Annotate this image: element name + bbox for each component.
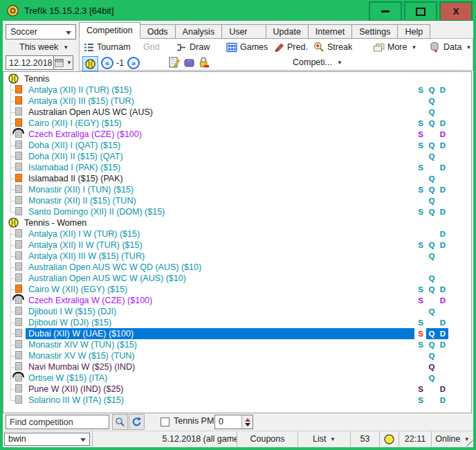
tree-item-label: Czech Extraliga W (CZE) ($100) bbox=[28, 295, 152, 306]
quantity-stepper[interactable]: 0 bbox=[214, 415, 253, 429]
tree-item[interactable]: Australian Open AUS WC (AUS)Q bbox=[3, 107, 471, 118]
next-day-button[interactable]: » bbox=[127, 57, 140, 69]
toolbar-panel: Tournam Grid Draw Games bbox=[79, 38, 473, 71]
tree-item[interactable]: Santo Domingo (XII) II (DOM) ($15)SQD bbox=[3, 206, 471, 217]
tree-item[interactable]: Cairo (XII) I (EGY) ($15)SQD bbox=[3, 118, 471, 129]
maximize-button[interactable] bbox=[404, 1, 437, 21]
tree-item[interactable]: Czech Extraliga W (CZE) ($100)SD bbox=[3, 295, 471, 306]
refresh-button[interactable] bbox=[129, 414, 145, 430]
tree-item[interactable]: Solarino III W (ITA) ($15)SD bbox=[3, 395, 471, 406]
tree-item[interactable]: Ortisei W ($15) (ITA)Q bbox=[3, 372, 471, 384]
search-input[interactable] bbox=[6, 415, 109, 429]
mark-q: Q bbox=[427, 84, 437, 96]
tree-item[interactable]: Pune W (XII) (IND) ($25)SD bbox=[3, 384, 471, 395]
data-menu-button[interactable]: Data ▼ bbox=[430, 40, 471, 54]
tree-item-label: Antalya (XII) III W ($15) (TUR) bbox=[28, 251, 145, 262]
chevron-down-icon: ▼ bbox=[66, 60, 72, 66]
resize-grip[interactable] bbox=[466, 440, 473, 447]
tree-item-label: Navi Mumbai W ($25) (IND) bbox=[28, 361, 135, 372]
minimize-button[interactable] bbox=[369, 1, 402, 21]
hard-court-icon bbox=[15, 340, 22, 348]
tab-competition[interactable]: Competition bbox=[79, 22, 140, 39]
tab-user[interactable]: User bbox=[221, 24, 266, 39]
tree-item[interactable]: Djibouti W (DJI) ($15)SD bbox=[3, 317, 471, 328]
tree-item-label: Monastir XIV W (TUN) ($15) bbox=[28, 339, 137, 350]
hard-court-icon bbox=[15, 196, 22, 204]
week-range-button[interactable]: This week ▼ bbox=[19, 42, 68, 52]
lock-icon bbox=[198, 56, 210, 69]
tree-item-label: Antalya (XII) II W (TUR) ($15) bbox=[28, 240, 143, 251]
tree-item[interactable]: Islamabad I (PAK) ($15)SD bbox=[3, 162, 471, 173]
tree-item[interactable]: Antalya (XII) I W (TUR) ($15)D bbox=[3, 228, 471, 240]
streak-button[interactable]: Streak bbox=[313, 40, 352, 54]
tree-item[interactable]: Antalya (XII) II (TUR) ($15)SQD bbox=[3, 84, 471, 96]
tree-item-label: Santo Domingo (XII) II (DOM) ($15) bbox=[28, 206, 165, 217]
tree-item[interactable]: Antalya (XII) III ($15) (TUR)Q bbox=[3, 96, 471, 107]
day-offset-label: -1 bbox=[116, 57, 124, 69]
lock-button[interactable] bbox=[198, 56, 210, 69]
close-button[interactable]: X bbox=[439, 1, 473, 21]
mark-q: Q bbox=[427, 372, 437, 384]
tab-analysis[interactable]: Analysis bbox=[175, 24, 223, 39]
stepper-value: 0 bbox=[219, 417, 223, 426]
tree-item[interactable]: Navi Mumbai W ($25) (IND)Q bbox=[3, 361, 471, 372]
list-menu-button[interactable]: List ▼ bbox=[298, 431, 351, 447]
hard-court-icon bbox=[15, 107, 22, 116]
tree-item[interactable]: Australian Open AUS WC W QD (AUS) ($10) bbox=[3, 262, 471, 273]
mark-d: D bbox=[437, 328, 448, 339]
tree-item[interactable]: Monastir XV W ($15) (TUN)Q bbox=[3, 350, 471, 361]
bookmaker-select[interactable]: bwin bbox=[3, 431, 93, 447]
mark-d: D bbox=[438, 295, 448, 306]
mark-s: S bbox=[416, 395, 425, 406]
coupons-button[interactable]: Coupons bbox=[237, 431, 298, 447]
tennis-filter-toggle[interactable] bbox=[82, 56, 98, 71]
tree-item[interactable]: Monastir XIV W (TUN) ($15)SQD bbox=[3, 339, 471, 350]
tree-item-label: Australian Open AUS WC (AUS) bbox=[28, 107, 153, 118]
bookmaker-db-button[interactable] bbox=[183, 56, 195, 68]
tree-item-label: Australian Open AUS WC W (AUS) ($10) bbox=[28, 273, 186, 284]
double-chevron-right-icon: » bbox=[127, 57, 140, 69]
tree-item[interactable]: Australian Open AUS WC W (AUS) ($10)Q bbox=[3, 273, 471, 284]
tree-item[interactable]: Doha (XII) II ($15) (QAT)Q bbox=[3, 151, 471, 162]
games-button[interactable]: Games bbox=[226, 40, 268, 54]
tournament-button[interactable]: Tournam bbox=[84, 40, 131, 54]
stepper-buttons[interactable] bbox=[241, 415, 253, 429]
draw-button[interactable]: Draw bbox=[176, 40, 210, 54]
competition-dropdown[interactable]: Competi... ▼ bbox=[293, 57, 342, 67]
tree-group-row[interactable]: Tennis bbox=[3, 73, 471, 84]
more-menu-button[interactable]: More ▼ bbox=[373, 40, 416, 54]
tab-internet[interactable]: Internet bbox=[308, 24, 352, 39]
sport-select[interactable]: Soccer bbox=[6, 24, 76, 39]
tennis-pm-checkbox[interactable] bbox=[161, 417, 170, 426]
tree-item[interactable]: Antalya (XII) III W ($15) (TUR)Q bbox=[3, 251, 471, 262]
prediction-button[interactable]: Pred. bbox=[273, 40, 308, 54]
tree-item[interactable]: Antalya (XII) II W (TUR) ($15)SQD bbox=[3, 240, 471, 251]
tree-item[interactable]: Dubai (XII) W (UAE) ($100)SQD bbox=[3, 328, 471, 339]
notes-button[interactable] bbox=[168, 56, 180, 69]
tree-item[interactable]: Cairo W (XII) (EGY) ($15)SQD bbox=[3, 284, 471, 295]
tree-item[interactable]: Djibouti I W ($15) (DJI)Q bbox=[3, 306, 471, 317]
tab-settings[interactable]: Settings bbox=[351, 24, 398, 39]
tab-help[interactable]: Help bbox=[397, 24, 430, 39]
magnifier-plus-icon bbox=[313, 42, 324, 53]
hard-court-icon bbox=[15, 207, 22, 215]
tree-line bbox=[10, 206, 11, 212]
tree-item[interactable]: Monastir (XII) II ($15) (TUN)Q bbox=[3, 195, 471, 206]
minimize-icon bbox=[381, 10, 390, 12]
mark-q: Q bbox=[427, 339, 437, 350]
hard-court-icon bbox=[15, 395, 22, 404]
mark-s: S bbox=[416, 184, 425, 195]
chevron-down-icon bbox=[80, 438, 86, 442]
tree-item[interactable]: Doha (XII) I (QAT) ($15)SQD bbox=[3, 140, 471, 151]
tab-update[interactable]: Update bbox=[266, 24, 309, 39]
tree-item[interactable]: Monastir (XII) I (TUN) ($15)SQD bbox=[3, 184, 471, 195]
previous-day-button[interactable]: « bbox=[101, 57, 113, 69]
tree-group-row[interactable]: Tennis - Women bbox=[3, 217, 471, 228]
tab-odds[interactable]: Odds bbox=[140, 24, 176, 39]
date-picker-button[interactable]: ▼ bbox=[54, 55, 73, 70]
tree-item[interactable]: Islamabad II ($15) (PAK)Q bbox=[3, 173, 471, 184]
date-input[interactable]: 12.12.2018 bbox=[6, 55, 54, 70]
tree-item[interactable]: Czech Extraliga (CZE) ($100)SD bbox=[3, 129, 471, 140]
search-button[interactable] bbox=[112, 414, 128, 430]
mark-d: D bbox=[438, 395, 448, 406]
